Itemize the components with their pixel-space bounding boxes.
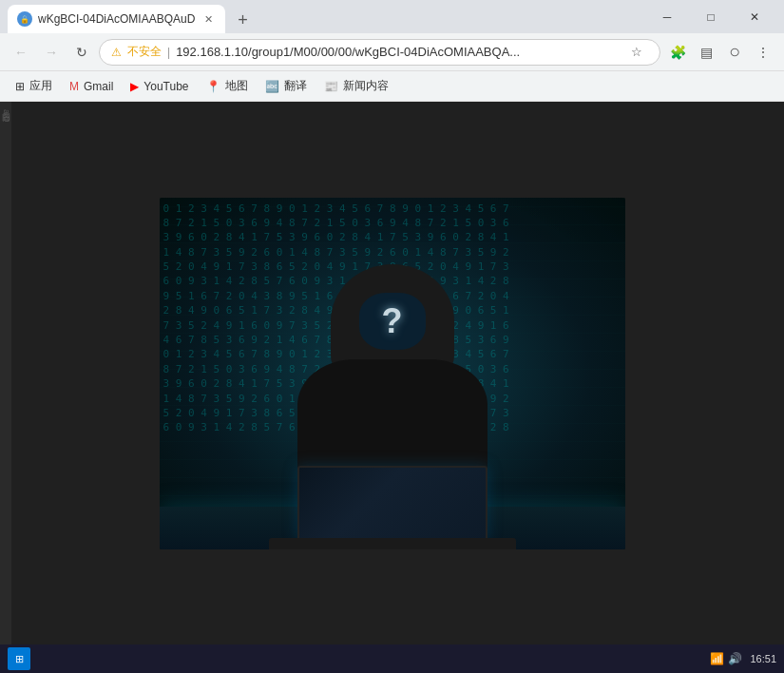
extensions-button[interactable]: 🧩 [664, 39, 691, 66]
youtube-label: YouTube [143, 80, 188, 93]
bookmarks-news[interactable]: 📰 新闻内容 [316, 75, 396, 98]
tab-close-button[interactable]: ✕ [201, 11, 216, 27]
bookmark-star-icon[interactable]: ☆ [625, 41, 648, 64]
gmail-icon: M [69, 80, 79, 93]
profile-button[interactable]: ○ [721, 39, 748, 66]
laptop-base [269, 538, 516, 549]
side-panel: 阁 日 a D [0, 102, 11, 644]
youtube-icon: ▶ [130, 80, 139, 93]
apps-grid-icon: ⊞ [15, 80, 25, 93]
nav-icons: 🧩 ▤ ○ ⋮ [664, 39, 776, 66]
news-label: 新闻内容 [343, 78, 389, 94]
close-button[interactable]: ✕ [733, 0, 776, 33]
apps-label: 应用 [29, 78, 52, 94]
new-tab-button[interactable]: + [229, 7, 256, 33]
content-area: 0 1 2 3 4 5 6 7 8 9 0 1 2 3 4 5 6 7 8 9 … [0, 102, 784, 644]
laptop-screen [297, 466, 488, 542]
translate-label: 翻译 [284, 78, 307, 94]
sidebar-button[interactable]: ▤ [693, 39, 719, 66]
window-controls: ─ □ ✕ [645, 0, 776, 33]
forward-button[interactable]: → [38, 39, 65, 66]
navbar: ← → ↻ ⚠ 不安全 | 192.168.1.10/group1/M00/00… [0, 33, 784, 71]
tab-title: wKgBCI-04DiAcOMIAABQAuD [38, 12, 195, 26]
side-text-3: a [2, 109, 10, 114]
face-area: ? [359, 293, 426, 350]
back-button[interactable]: ← [8, 39, 34, 66]
start-button[interactable]: ⊞ [8, 647, 30, 670]
translate-icon: 🔤 [265, 80, 279, 93]
menu-button[interactable]: ⋮ [750, 39, 776, 66]
maps-icon: 📍 [206, 80, 220, 93]
side-text-4: D [2, 116, 10, 123]
bookmarks-youtube[interactable]: ▶ YouTube [123, 75, 196, 98]
bookmarks-apps[interactable]: ⊞ 应用 [8, 75, 60, 98]
separator: | [167, 46, 170, 59]
system-tray: 📶 🔊 [710, 652, 742, 665]
bookmarks-gmail[interactable]: M Gmail [62, 75, 121, 98]
url-text: 192.168.1.10/group1/M00/00/00/wKgBCI-04D… [176, 45, 620, 59]
news-icon: 📰 [324, 80, 338, 93]
titlebar: 🔒 wKgBCI-04DiAcOMIAABQAuD ✕ + ─ □ ✕ [0, 0, 784, 33]
taskbar-right: 📶 🔊 16:51 [710, 652, 776, 665]
maps-label: 地图 [225, 78, 248, 94]
bookmarks-translate[interactable]: 🔤 翻译 [258, 75, 315, 98]
address-bar[interactable]: ⚠ 不安全 | 192.168.1.10/group1/M00/00/00/wK… [99, 39, 660, 66]
maximize-button[interactable]: □ [689, 0, 733, 33]
question-mark: ? [382, 301, 403, 341]
gmail-label: Gmail [84, 80, 113, 93]
reload-button[interactable]: ↻ [68, 39, 95, 66]
tab-favicon: 🔒 [17, 11, 32, 27]
bookmarks-maps[interactable]: 📍 地图 [199, 75, 256, 98]
tab-area: 🔒 wKgBCI-04DiAcOMIAABQAuD ✕ + [8, 0, 645, 33]
bookmarks-bar: ⊞ 应用 M Gmail ▶ YouTube 📍 地图 🔤 翻译 📰 新闻内容 [0, 71, 784, 102]
clock: 16:51 [750, 653, 776, 664]
network-icon: 📶 [710, 652, 724, 665]
security-warning-text: 不安全 [127, 44, 162, 60]
taskbar: ⊞ 📶 🔊 16:51 [0, 644, 784, 673]
security-warning-icon: ⚠ [111, 46, 122, 59]
volume-icon: 🔊 [728, 652, 742, 665]
hacker-image: 0 1 2 3 4 5 6 7 8 9 0 1 2 3 4 5 6 7 8 9 … [160, 198, 625, 549]
minimize-button[interactable]: ─ [645, 0, 689, 33]
active-tab[interactable]: 🔒 wKgBCI-04DiAcOMIAABQAuD ✕ [8, 5, 225, 33]
